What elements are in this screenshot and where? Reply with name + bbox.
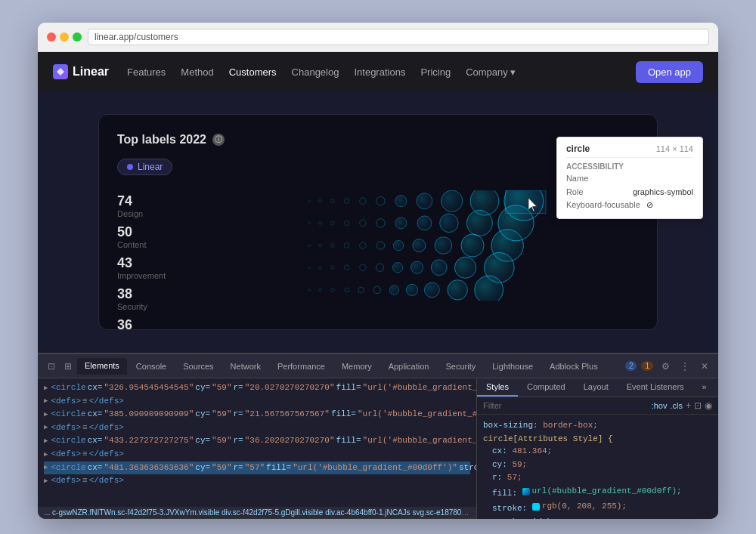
label-row-2: 43 Improvement	[117, 252, 208, 283]
styles-tab-computed[interactable]: Computed	[518, 378, 575, 397]
screenshot-icon[interactable]: ⊡	[694, 400, 702, 411]
svg-point-48	[358, 287, 364, 293]
warning-badge: 1	[641, 361, 653, 371]
label-name-1: Content	[117, 240, 208, 249]
svg-point-4	[360, 198, 366, 204]
maximize-button[interactable]	[73, 32, 82, 42]
dom-line-1: ▶ <defs> ≡ </defs>	[44, 395, 470, 409]
svg-point-6	[395, 196, 407, 207]
triangle-icon-2[interactable]: ▶	[44, 409, 48, 420]
nav-pricing[interactable]: Pricing	[420, 66, 451, 78]
styles-panel: Styles Computed Layout Event Listeners »…	[476, 378, 718, 519]
traffic-lights	[47, 32, 82, 42]
more-icon[interactable]: ⋮	[677, 359, 692, 374]
tab-lighthouse[interactable]: Lighthouse	[485, 359, 541, 374]
styles-tab-styles[interactable]: Styles	[477, 378, 518, 397]
label-name-3: Security	[117, 302, 208, 311]
filter-label: Linear	[138, 162, 163, 172]
tooltip-role-value: graphics-symbol	[633, 186, 693, 199]
tooltip-accessibility-label: ACCESSIBILITY	[566, 162, 693, 171]
svg-point-14	[344, 221, 349, 226]
styles-tab-layout[interactable]: Layout	[575, 378, 618, 397]
svg-point-11	[308, 222, 311, 224]
tooltip-role-label: Role	[566, 186, 627, 199]
info-icon: ⓘ	[212, 134, 225, 146]
triangle-icon-4[interactable]: ▶	[44, 436, 48, 446]
rule1-prop-0: cx: 481.364;	[483, 445, 712, 458]
triangle-icon-7[interactable]: ▶	[44, 476, 48, 486]
svg-point-47	[345, 288, 349, 292]
nav-features[interactable]: Features	[127, 66, 166, 78]
styles-tabs: Styles Computed Layout Event Listeners »	[477, 378, 718, 397]
triangle-icon-1[interactable]: ▶	[44, 396, 48, 406]
label-row-3: 38 Security	[117, 283, 208, 314]
devtools-inspect-icon[interactable]: ⊡	[44, 359, 59, 374]
tab-memory[interactable]: Memory	[334, 359, 380, 374]
tab-sources[interactable]: Sources	[175, 359, 221, 374]
dom-line-3: ▶ <defs> ≡ </defs>	[44, 421, 470, 435]
tab-adblock[interactable]: Adblock Plus	[542, 359, 606, 374]
styles-filter-input[interactable]	[483, 401, 649, 410]
svg-point-52	[424, 282, 439, 298]
triangle-icon-3[interactable]: ▶	[44, 422, 48, 433]
svg-point-33	[308, 267, 311, 269]
minimize-button[interactable]	[60, 32, 69, 42]
svg-point-35	[331, 266, 335, 270]
svg-point-22	[308, 245, 311, 247]
tab-network[interactable]: Network	[223, 359, 268, 374]
dom-line-selected: ▶ <circle cx="481.363636363636" cy="59" …	[44, 461, 470, 475]
open-app-button[interactable]: Open app	[636, 61, 703, 83]
cls-badge[interactable]: .cls	[670, 401, 683, 410]
svg-point-25	[344, 243, 349, 248]
svg-point-50	[389, 286, 398, 295]
nav-customers[interactable]: Customers	[229, 66, 277, 78]
nav-logo[interactable]: Linear	[53, 64, 109, 79]
svg-point-15	[360, 220, 366, 226]
devtools-tabs: ⊡ ⊞ Elements Console Sources Network Per…	[38, 354, 718, 378]
devtools-panel: ⊡ ⊞ Elements Console Sources Network Per…	[38, 353, 718, 519]
label-number-4: 36	[117, 317, 208, 330]
styles-tab-more[interactable]: »	[693, 378, 716, 397]
dom-tree[interactable]: ▶ <circle cx="326.954545454545" cy="59" …	[38, 378, 476, 507]
tab-security[interactable]: Security	[438, 359, 483, 374]
svg-point-23	[319, 244, 322, 247]
nav-method[interactable]: Method	[181, 66, 213, 78]
devtools-icons: 2 1 ⚙ ⋮ ✕	[625, 359, 712, 374]
svg-point-19	[440, 214, 458, 232]
svg-point-30	[435, 237, 452, 255]
elements-panel: ▶ <circle cx="326.954545454545" cy="59" …	[38, 378, 476, 519]
nav-company[interactable]: Company ▾	[466, 66, 516, 78]
triangle-icon[interactable]: ▶	[44, 383, 48, 394]
styles-content: box-sizing: border-box; circle[Attribute…	[477, 415, 718, 519]
color-icon[interactable]: ◉	[705, 400, 712, 411]
svg-point-46	[331, 289, 335, 292]
tooltip-keyboard-value: ⊘	[646, 199, 653, 212]
svg-point-20	[466, 210, 492, 236]
close-devtools-button[interactable]: ✕	[697, 359, 712, 374]
nav-links: Features Method Customers Changelog Inte…	[127, 66, 618, 78]
svg-point-38	[376, 264, 383, 271]
svg-point-41	[431, 260, 447, 276]
styles-tab-events[interactable]: Event Listeners	[618, 378, 693, 397]
tab-application[interactable]: Application	[381, 359, 437, 374]
tab-console[interactable]: Console	[129, 359, 174, 374]
hov-badge[interactable]: :hov	[652, 401, 668, 410]
filter-tab[interactable]: Linear	[117, 159, 172, 175]
plus-icon[interactable]: +	[686, 400, 691, 411]
tab-performance[interactable]: Performance	[270, 359, 333, 374]
nav-integrations[interactable]: Integrations	[354, 66, 405, 78]
settings-icon[interactable]: ⚙	[658, 359, 673, 374]
triangle-icon-6[interactable]: ▶	[44, 462, 48, 473]
tooltip-tag: circle	[566, 144, 590, 154]
navbar: Linear Features Method Customers Changel…	[38, 52, 718, 91]
triangle-icon-5[interactable]: ▶	[44, 449, 48, 460]
page-content: Top labels 2022 ⓘ Linear 74 Design 50	[38, 91, 718, 353]
address-bar[interactable]	[88, 29, 709, 45]
tab-elements[interactable]: Elements	[77, 358, 127, 375]
close-button[interactable]	[47, 32, 56, 42]
label-number-1: 50	[117, 224, 208, 240]
chart-labels: 74 Design 50 Content 43 Improvement 38	[117, 190, 208, 301]
logo-icon	[53, 64, 68, 79]
nav-changelog[interactable]: Changelog	[292, 66, 339, 78]
devtools-device-icon[interactable]: ⊞	[60, 359, 76, 374]
